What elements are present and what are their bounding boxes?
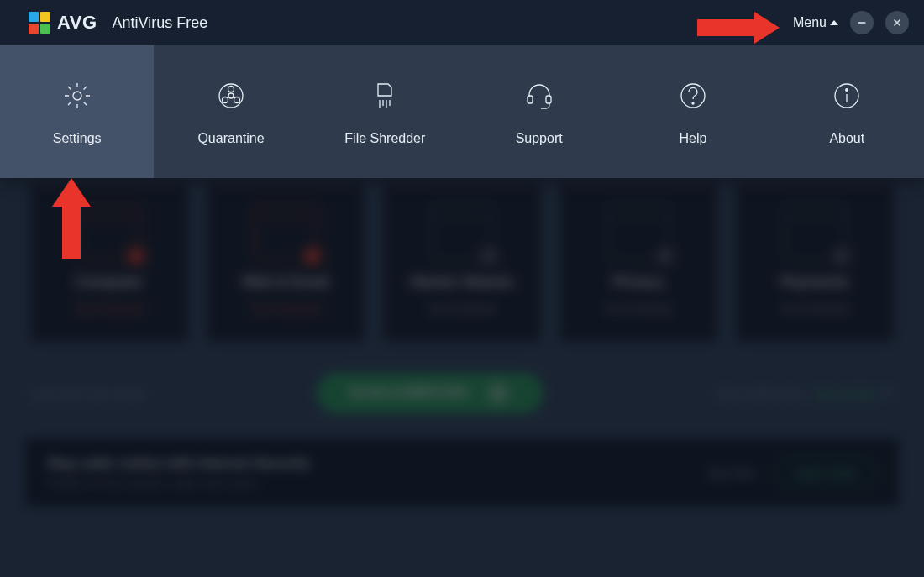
gear-icon bbox=[59, 77, 96, 114]
svg-point-16 bbox=[692, 102, 694, 104]
menu-label: Menu bbox=[793, 15, 827, 30]
minimize-button[interactable] bbox=[850, 11, 874, 34]
menu-item-file-shredder[interactable]: File Shredder bbox=[308, 45, 462, 178]
svg-point-7 bbox=[222, 97, 228, 103]
annotation-arrow-menu bbox=[697, 12, 785, 42]
menu-item-help[interactable]: Help bbox=[616, 45, 769, 178]
menu-item-support[interactable]: Support bbox=[462, 45, 616, 178]
menu-item-label: Support bbox=[516, 131, 563, 146]
svg-point-5 bbox=[228, 93, 234, 98]
svg-rect-13 bbox=[528, 96, 533, 103]
menu-item-label: Help bbox=[680, 131, 707, 146]
titlebar: AVG AntiVirus Free Menu bbox=[0, 0, 924, 45]
menu-item-about[interactable]: About bbox=[770, 45, 924, 178]
biohazard-icon bbox=[213, 77, 249, 114]
brand-text: AVG bbox=[57, 12, 97, 34]
app-logo: AVG AntiVirus Free bbox=[29, 12, 207, 34]
close-button[interactable] bbox=[885, 11, 909, 34]
help-icon bbox=[675, 77, 711, 114]
svg-point-3 bbox=[73, 92, 81, 100]
menu-item-label: Settings bbox=[53, 131, 102, 146]
menu-item-label: About bbox=[829, 131, 864, 146]
annotation-arrow-settings bbox=[52, 178, 91, 259]
menu-item-label: Quarantine bbox=[197, 131, 264, 146]
menu-item-label: File Shredder bbox=[344, 131, 425, 146]
shredder-icon bbox=[366, 77, 403, 114]
svg-point-18 bbox=[846, 89, 848, 92]
svg-point-6 bbox=[228, 87, 234, 92]
main-menu-panel: Settings Quarantine File Shredder Suppor… bbox=[0, 45, 924, 178]
avg-logo-icon bbox=[29, 12, 50, 34]
headset-icon bbox=[521, 77, 558, 114]
menu-item-settings[interactable]: Settings bbox=[0, 45, 154, 178]
product-name: AntiVirus Free bbox=[113, 14, 208, 32]
svg-point-8 bbox=[234, 97, 239, 103]
svg-point-4 bbox=[219, 84, 243, 108]
menu-item-quarantine[interactable]: Quarantine bbox=[154, 45, 307, 178]
info-icon bbox=[828, 77, 865, 114]
chevron-up-icon bbox=[830, 20, 838, 25]
svg-rect-14 bbox=[546, 96, 551, 103]
menu-toggle[interactable]: Menu bbox=[793, 15, 838, 30]
